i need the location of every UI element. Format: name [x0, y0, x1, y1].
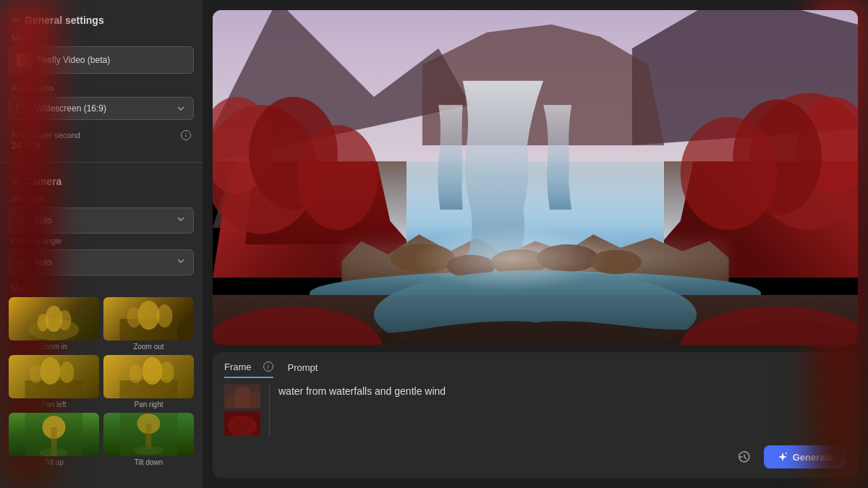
motion-name-pan-right: Pan right: [134, 401, 163, 408]
prompt-input[interactable]: [278, 384, 846, 414]
svg-point-7: [38, 314, 49, 331]
svg-point-11: [127, 307, 142, 328]
svg-point-26: [137, 414, 161, 434]
prompt-text-area: [224, 384, 846, 436]
frame-tab[interactable]: Frame i: [224, 361, 273, 378]
fps-info-icon[interactable]: i: [181, 130, 191, 140]
prompt-tab-label: Prompt: [288, 362, 318, 373]
svg-point-12: [157, 304, 173, 328]
scene-fog: [341, 234, 728, 284]
motion-item-tilt-down[interactable]: Tilt down: [103, 413, 194, 466]
svg-point-54: [786, 453, 787, 454]
aspect-ratio-chevron-icon: [176, 103, 186, 114]
motion-thumb-pan-left: [9, 355, 99, 398]
svg-rect-9: [120, 319, 178, 341]
motion-item-zoom-out[interactable]: Zoom out: [103, 297, 194, 351]
motion-thumb-zoom-out: [103, 297, 194, 341]
prompt-tabs: Frame i Prompt: [224, 361, 318, 378]
svg-rect-17: [120, 380, 178, 398]
motion-thumb-zoom-in: [9, 297, 99, 341]
svg-point-8: [59, 310, 72, 330]
svg-point-16: [60, 361, 75, 383]
svg-rect-25: [120, 413, 178, 456]
svg-point-22: [43, 416, 66, 439]
camera-angle-chevron-icon: [176, 256, 186, 269]
shot-size-chevron-icon: [176, 214, 186, 227]
svg-point-20: [160, 361, 174, 383]
prompt-area: Frame i Prompt: [213, 352, 858, 478]
svg-point-28: [135, 446, 163, 455]
svg-rect-13: [25, 380, 83, 398]
frame-thumb-1[interactable]: [224, 384, 260, 408]
history-button[interactable]: [732, 445, 757, 469]
svg-rect-21: [25, 413, 83, 456]
main-content: Frame i Prompt: [203, 0, 868, 488]
svg-point-18: [142, 357, 163, 385]
svg-point-10: [138, 301, 160, 330]
frame-tab-label: Frame: [224, 361, 252, 372]
fps-info: i: [181, 130, 191, 140]
svg-rect-27: [146, 424, 152, 449]
frame-info-icon[interactable]: i: [263, 361, 273, 372]
svg-point-15: [30, 364, 43, 383]
svg-point-6: [46, 306, 63, 332]
frame-divider: [269, 384, 270, 436]
svg-rect-23: [51, 427, 57, 456]
svg-point-24: [40, 448, 69, 456]
frame-thumbnails: [224, 384, 260, 436]
svg-point-14: [41, 357, 61, 385]
svg-point-5: [29, 319, 80, 341]
model-name: Firefly Video (beta): [37, 55, 186, 65]
motion-thumb-tilt-down: [103, 413, 194, 456]
motion-name-zoom-out: Zoom out: [133, 343, 163, 351]
scene-foreground: [213, 295, 858, 345]
motion-thumb-tilt-up: [9, 413, 99, 456]
prompt-actions: Generate: [224, 445, 846, 469]
prompt-tab[interactable]: Prompt: [288, 361, 318, 378]
motion-thumb-pan-right: [103, 355, 194, 398]
waterfall-scene: [213, 10, 858, 345]
motion-name-tilt-down: Tilt down: [135, 458, 163, 466]
svg-point-19: [129, 364, 142, 383]
frame-thumb-2[interactable]: [224, 411, 260, 436]
generate-icon: [777, 451, 788, 463]
video-preview: [213, 10, 858, 345]
motion-item-pan-right[interactable]: Pan right: [103, 355, 194, 408]
motion-grid: Zoom in Zoom out: [9, 297, 194, 472]
